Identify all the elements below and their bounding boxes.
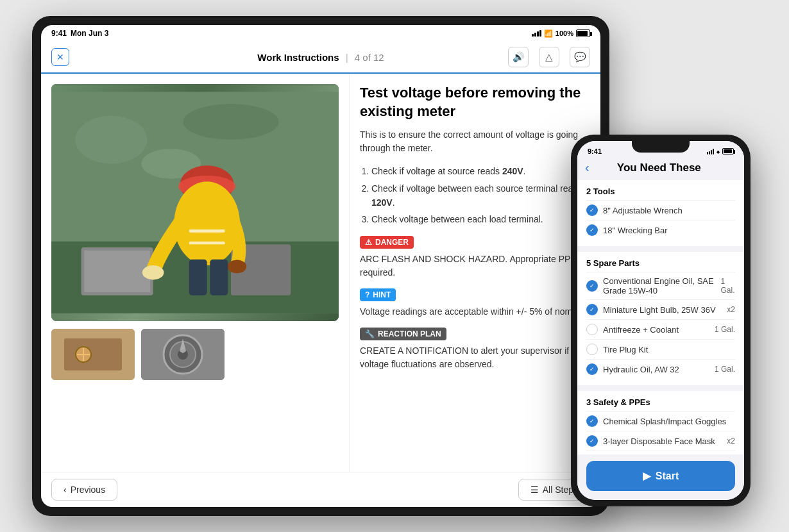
- phone-nav-title: You Need These: [595, 162, 724, 174]
- safety-section: 3 Safety & PPEs ✓ Chemical Splash/Impact…: [577, 391, 744, 454]
- item-name: 18" Wrecking Bar: [603, 226, 667, 235]
- item-name: Hydraulic Oil, AW 32: [603, 365, 679, 374]
- step-instructions: Check if voltage at source reads 240V. C…: [371, 164, 590, 227]
- tablet-left-panel: [41, 74, 349, 472]
- phone-footer: ▶ Start: [577, 454, 744, 500]
- tablet-nav-bar: ✕ Work Instructions | 4 of 12 🔊 △ 💬: [41, 42, 600, 74]
- tools-header: 2 Tools: [586, 187, 735, 196]
- phone-notch: [632, 141, 690, 153]
- close-button[interactable]: ✕: [51, 48, 69, 66]
- item-name: 3-layer Disposable Face Mask: [603, 436, 715, 446]
- warning-button[interactable]: △: [539, 47, 559, 67]
- step-count: 4 of 12: [355, 52, 384, 63]
- check-icon: ✓: [586, 435, 598, 447]
- previous-label: Previous: [71, 485, 105, 495]
- section-gap: [577, 247, 744, 252]
- step-description: This is to ensure the correct amount of …: [360, 128, 590, 155]
- item-name: Tire Plug Kit: [603, 345, 648, 354]
- list-item: ✓ Chemical Splash/Impact Goggles: [586, 411, 735, 431]
- instruction-3: Check voltage between each load terminal…: [371, 212, 590, 226]
- reaction-label: REACTION PLAN: [378, 329, 441, 338]
- tablet-status-right: 📶 100%: [532, 29, 590, 38]
- check-icon: ✓: [586, 224, 598, 236]
- main-image-placeholder: [51, 84, 339, 321]
- danger-icon: ⚠: [365, 238, 372, 247]
- nav-title: Work Instructions: [257, 52, 339, 63]
- svg-point-1: [75, 116, 147, 164]
- item-name: Chemical Splash/Impact Goggles: [603, 417, 726, 426]
- danger-section: ⚠ DANGER ARC FLASH AND SHOCK HAZARD. App…: [360, 236, 590, 279]
- wifi-icon: 📶: [544, 29, 553, 38]
- battery-label: 100%: [556, 29, 573, 37]
- tablet-right-panel: Test voltage before removing the existin…: [349, 74, 600, 472]
- check-icon: ✓: [586, 204, 598, 216]
- main-image: [51, 84, 339, 321]
- svg-rect-15: [189, 260, 207, 295]
- svg-point-2: [183, 104, 278, 140]
- warning-icon: △: [545, 51, 553, 63]
- list-item: ✓ 8" Adjustable Wrench: [586, 200, 735, 220]
- thumbnail-row: [51, 329, 339, 380]
- danger-text: ARC FLASH AND SHOCK HAZARD. Appropriate …: [360, 253, 590, 279]
- reaction-badge: 🔧 REACTION PLAN: [360, 328, 446, 340]
- svg-rect-16: [210, 260, 228, 295]
- tablet-device: 9:41 Mon Jun 3 📶 100%: [32, 16, 609, 516]
- spare-parts-section: 5 Spare Parts ✓ Conventional Engine Oil,…: [577, 252, 744, 385]
- svg-rect-13: [189, 229, 225, 233]
- nav-divider: |: [346, 52, 348, 63]
- chevron-left-icon: ‹: [64, 485, 67, 495]
- phone-wifi-icon: ⬥: [716, 147, 720, 155]
- item-qty: 1 Gal.: [715, 325, 735, 334]
- reaction-icon: 🔧: [365, 329, 375, 338]
- instruction-1: Check if voltage at source reads 240V.: [371, 164, 590, 178]
- check-icon: ✓: [586, 280, 598, 292]
- phone-content[interactable]: 2 Tools ✓ 8" Adjustable Wrench ✓ 18" Wre…: [577, 180, 744, 454]
- signal-icon: [532, 30, 541, 37]
- svg-rect-18: [64, 338, 122, 370]
- item-qty: 1 Gal.: [715, 365, 735, 374]
- chat-icon: 💬: [574, 51, 586, 63]
- thumbnail-1[interactable]: [51, 329, 135, 380]
- hint-section: ? HINT Voltage readings are acceptable w…: [360, 288, 590, 319]
- item-name: Antifreeze + Coolant: [603, 325, 679, 335]
- phone-status-right: ⬥: [707, 147, 734, 155]
- item-name: 8" Adjustable Wrench: [603, 206, 683, 215]
- close-icon: ✕: [56, 52, 64, 62]
- section-gap: [577, 386, 744, 391]
- sound-button[interactable]: 🔊: [508, 47, 529, 67]
- item-qty: 1 Gal.: [721, 277, 735, 295]
- list-item: ✓ Miniature Light Bulb, 25W 36V x2: [586, 299, 735, 319]
- hint-label: HINT: [373, 290, 391, 299]
- nav-title-group: Work Instructions | 4 of 12: [257, 52, 384, 63]
- thumbnail-2[interactable]: [141, 329, 225, 380]
- empty-check-icon: [586, 344, 598, 355]
- previous-button[interactable]: ‹ Previous: [51, 479, 117, 501]
- tablet-screen: 9:41 Mon Jun 3 📶 100%: [41, 25, 600, 507]
- hint-badge: ? HINT: [360, 288, 396, 301]
- list-icon: ☰: [530, 485, 539, 495]
- svg-rect-14: [189, 242, 225, 245]
- start-button[interactable]: ▶ Start: [586, 461, 735, 491]
- phone-signal-icon: [707, 149, 714, 154]
- list-item: ✓ 3-layer Disposable Face Mask x2: [586, 431, 735, 451]
- danger-badge: ⚠ DANGER: [360, 236, 414, 249]
- battery-icon: [576, 29, 590, 37]
- tablet-date: Mon Jun 3: [71, 29, 108, 38]
- svg-point-12: [227, 260, 246, 274]
- sound-icon: 🔊: [513, 51, 525, 63]
- list-item: ✓ Hydraulic Oil, AW 32 1 Gal.: [586, 359, 735, 379]
- phone-back-button[interactable]: ‹: [585, 160, 590, 175]
- check-icon: ✓: [586, 304, 598, 315]
- step-title: Test voltage before removing the existin…: [360, 84, 590, 121]
- start-label: Start: [656, 470, 679, 482]
- hint-text: Voltage readings are acceptable within +…: [360, 305, 590, 319]
- chat-button[interactable]: 💬: [570, 47, 590, 67]
- tablet-content: Test voltage before removing the existin…: [41, 74, 600, 472]
- list-item: Tire Plug Kit: [586, 339, 735, 359]
- safety-header: 3 Safety & PPEs: [586, 397, 735, 407]
- item-qty: x2: [727, 436, 735, 445]
- tools-section: 2 Tools ✓ 8" Adjustable Wrench ✓ 18" Wre…: [577, 180, 744, 246]
- svg-rect-6: [84, 251, 150, 292]
- empty-check-icon: [586, 324, 598, 335]
- list-item: ✓ 18" Wrecking Bar: [586, 220, 735, 240]
